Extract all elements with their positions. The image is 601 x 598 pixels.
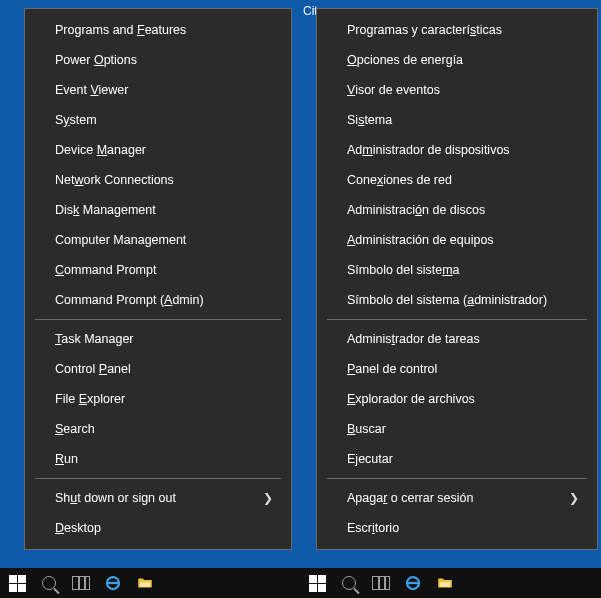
winx-es-item[interactable]: Opciones de energía: [317, 45, 597, 75]
menu-item-label: Event Viewer: [55, 83, 128, 97]
winx-es-item[interactable]: Buscar: [317, 414, 597, 444]
winx-en-item[interactable]: Search: [25, 414, 291, 444]
menu-item-label: Opciones de energía: [347, 53, 463, 67]
menu-item-label: Escritorio: [347, 521, 399, 535]
menu-item-label: Command Prompt: [55, 263, 156, 277]
menu-item-label: Apagar o cerrar sesión: [347, 491, 473, 505]
winx-en-item[interactable]: Device Manager: [25, 135, 291, 165]
menu-item-label: Command Prompt (Admin): [55, 293, 204, 307]
winx-en-item[interactable]: System: [25, 105, 291, 135]
menu-item-label: Network Connections: [55, 173, 174, 187]
ie-icon[interactable]: [102, 572, 124, 594]
winx-en-item[interactable]: Event Viewer: [25, 75, 291, 105]
menu-item-label: Buscar: [347, 422, 386, 436]
task-view-icon[interactable]: [70, 572, 92, 594]
menu-item-label: Programas y características: [347, 23, 502, 37]
winx-en-item[interactable]: Control Panel: [25, 354, 291, 384]
winx-es-item[interactable]: Visor de eventos: [317, 75, 597, 105]
winx-es-item[interactable]: Programas y características: [317, 15, 597, 45]
winx-en-item[interactable]: Disk Management: [25, 195, 291, 225]
menu-item-label: Administración de discos: [347, 203, 485, 217]
search-icon[interactable]: [38, 572, 60, 594]
file-explorer-icon[interactable]: [434, 572, 456, 594]
winx-es-item[interactable]: Administración de equipos: [317, 225, 597, 255]
winx-en-item[interactable]: Shut down or sign out❯: [25, 483, 291, 513]
svg-rect-1: [140, 582, 151, 587]
winx-es-item[interactable]: Administración de discos: [317, 195, 597, 225]
winx-es-item[interactable]: Administrador de dispositivos: [317, 135, 597, 165]
winx-en-item[interactable]: Computer Management: [25, 225, 291, 255]
menu-item-label: Disk Management: [55, 203, 156, 217]
menu-item-label: Computer Management: [55, 233, 186, 247]
taskbar-english: [0, 568, 300, 598]
menu-item-label: Conexiones de red: [347, 173, 452, 187]
menu-item-label: Search: [55, 422, 95, 436]
menu-item-label: Desktop: [55, 521, 101, 535]
search-icon[interactable]: [338, 572, 360, 594]
winx-en-item[interactable]: Desktop: [25, 513, 291, 543]
menu-item-label: Panel de control: [347, 362, 437, 376]
winx-en-item[interactable]: Command Prompt (Admin): [25, 285, 291, 315]
winx-es-item[interactable]: Símbolo del sistema (administrador): [317, 285, 597, 315]
winx-en-item[interactable]: Power Options: [25, 45, 291, 75]
svg-rect-3: [440, 582, 451, 587]
winx-menu-spanish: Programas y característicasOpciones de e…: [316, 8, 598, 550]
start-button[interactable]: [306, 572, 328, 594]
winx-es-item[interactable]: Administrador de tareas: [317, 324, 597, 354]
menu-separator: [35, 319, 281, 320]
winx-en-item[interactable]: File Explorer: [25, 384, 291, 414]
winx-es-item[interactable]: Ejecutar: [317, 444, 597, 474]
menu-item-label: File Explorer: [55, 392, 125, 406]
winx-en-item[interactable]: Run: [25, 444, 291, 474]
winx-es-item[interactable]: Apagar o cerrar sesión❯: [317, 483, 597, 513]
winx-en-item[interactable]: Network Connections: [25, 165, 291, 195]
menu-item-label: Explorador de archivos: [347, 392, 475, 406]
menu-item-label: Administración de equipos: [347, 233, 494, 247]
menu-separator: [35, 478, 281, 479]
winx-menu-english: Programs and FeaturesPower OptionsEvent …: [24, 8, 292, 550]
menu-item-label: Sistema: [347, 113, 392, 127]
ie-icon[interactable]: [402, 572, 424, 594]
menu-item-label: Ejecutar: [347, 452, 393, 466]
menu-item-label: System: [55, 113, 97, 127]
menu-separator: [327, 319, 587, 320]
menu-item-label: Shut down or sign out: [55, 491, 176, 505]
taskbar-spanish: [300, 568, 601, 598]
start-button[interactable]: [6, 572, 28, 594]
menu-item-label: Control Panel: [55, 362, 131, 376]
menu-item-label: Task Manager: [55, 332, 134, 346]
chevron-right-icon: ❯: [569, 491, 579, 505]
winx-es-item[interactable]: Sistema: [317, 105, 597, 135]
file-explorer-icon[interactable]: [134, 572, 156, 594]
winx-es-item[interactable]: Panel de control: [317, 354, 597, 384]
winx-es-item[interactable]: Conexiones de red: [317, 165, 597, 195]
winx-es-item[interactable]: Escritorio: [317, 513, 597, 543]
winx-es-item[interactable]: Explorador de archivos: [317, 384, 597, 414]
menu-item-label: Programs and Features: [55, 23, 186, 37]
menu-item-label: Administrador de tareas: [347, 332, 480, 346]
winx-es-item[interactable]: Símbolo del sistema: [317, 255, 597, 285]
menu-separator: [327, 478, 587, 479]
menu-item-label: Visor de eventos: [347, 83, 440, 97]
chevron-right-icon: ❯: [263, 491, 273, 505]
menu-item-label: Power Options: [55, 53, 137, 67]
menu-item-label: Run: [55, 452, 78, 466]
menu-item-label: Administrador de dispositivos: [347, 143, 510, 157]
menu-item-label: Símbolo del sistema: [347, 263, 460, 277]
winx-en-item[interactable]: Task Manager: [25, 324, 291, 354]
menu-item-label: Device Manager: [55, 143, 146, 157]
task-view-icon[interactable]: [370, 572, 392, 594]
winx-en-item[interactable]: Programs and Features: [25, 15, 291, 45]
winx-en-item[interactable]: Command Prompt: [25, 255, 291, 285]
menu-item-label: Símbolo del sistema (administrador): [347, 293, 547, 307]
